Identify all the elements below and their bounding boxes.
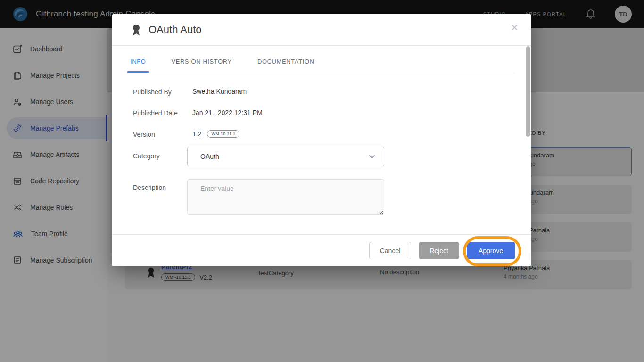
tab-info[interactable]: INFO (127, 52, 149, 73)
platform-version-badge: WM 10.11.1 (207, 130, 239, 138)
reject-button[interactable]: Reject (419, 242, 459, 259)
approve-button[interactable]: Approve (467, 242, 515, 259)
modal-scrollbar-thumb[interactable] (526, 46, 530, 137)
field-label: Description (133, 179, 187, 215)
field-version: Version 1.2 WM 10.11.1 (133, 130, 512, 138)
prefab-ribbon-icon (131, 23, 141, 36)
close-icon[interactable]: ✕ (510, 23, 519, 33)
cancel-button[interactable]: Cancel (369, 242, 411, 259)
category-select[interactable]: OAuth (187, 147, 384, 166)
field-label: Version (133, 130, 192, 138)
field-published-date: Published Date Jan 21 , 2022 12:31 PM (133, 108, 512, 117)
field-published-by: Published By Swetha Kundaram (133, 87, 512, 96)
modal-header: OAuth Auto ✕ (112, 14, 531, 46)
field-value: Swetha Kundaram (192, 87, 247, 96)
prefab-details-modal: OAuth Auto ✕ INFO VERSION HISTORY DOCUME… (112, 14, 531, 266)
category-selected-value: OAuth (200, 153, 369, 160)
field-label: Published Date (133, 108, 192, 117)
field-category: Category OAuth (133, 147, 512, 166)
field-label: Category (133, 147, 187, 166)
version-value: 1.2 (192, 130, 201, 138)
field-description: Description (133, 179, 512, 215)
description-textarea[interactable] (187, 179, 384, 215)
field-value: Jan 21 , 2022 12:31 PM (192, 108, 263, 117)
chevron-down-icon (369, 155, 375, 159)
modal-body: Published By Swetha Kundaram Published D… (112, 73, 531, 215)
tab-version-history[interactable]: VERSION HISTORY (168, 52, 234, 73)
field-label: Published By (133, 87, 192, 96)
modal-title: OAuth Auto (149, 24, 202, 36)
modal-footer: Cancel Reject Approve (112, 234, 531, 266)
tab-documentation[interactable]: DOCUMENTATION (255, 52, 317, 73)
modal-tabs: INFO VERSION HISTORY DOCUMENTATION (127, 52, 516, 73)
